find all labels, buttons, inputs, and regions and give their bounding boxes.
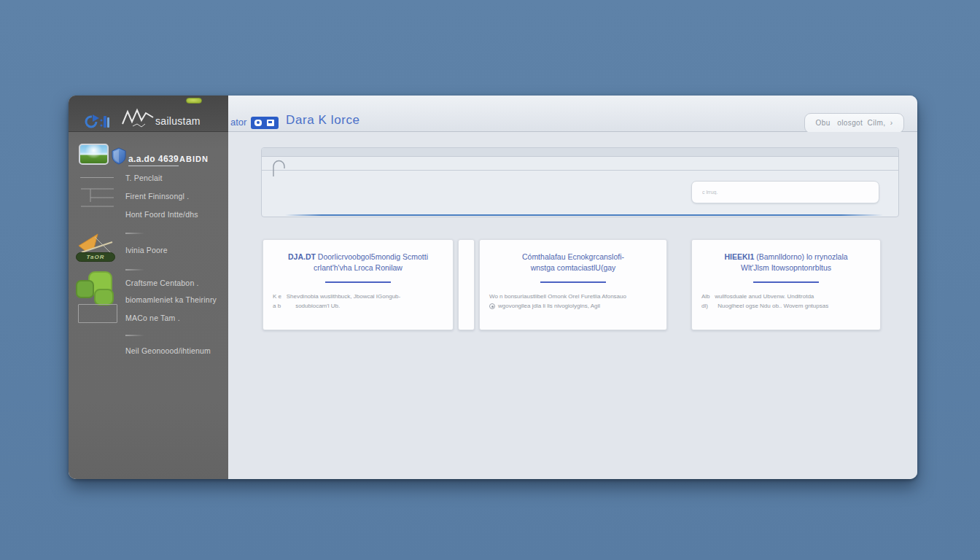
brand-scribble-icon xyxy=(121,108,155,131)
card-divider xyxy=(325,281,391,283)
hook-icon xyxy=(271,159,287,179)
shield-icon xyxy=(112,147,126,168)
card-title: DJA.DT Doorlicrvoobgol5mondig Scmotti cr… xyxy=(263,252,453,273)
sidebar-item-1[interactable]: Firent Fininsongl . xyxy=(125,192,189,201)
sidebar-item-2[interactable]: Hont Foord Intte/dhs xyxy=(125,210,198,219)
hero-divider xyxy=(262,170,898,171)
info-card-3[interactable]: HIEEKI1 (Bamnlldorno) lo rrynozlala Wlt'… xyxy=(691,239,881,330)
card-body-line: Alb wullfosduale anud Ubvenw. Unditrotda xyxy=(701,292,871,301)
suite-text: ator xyxy=(230,117,246,128)
sidebar-item-0[interactable]: T. Penclait xyxy=(125,174,163,182)
card-body-line: Wo n bonsurlaustlibell Omonk Orel Furetl… xyxy=(489,292,657,301)
card-body-line: dl) Nuoglheel ogse Ndu ob.. Wovem gntups… xyxy=(701,301,871,311)
card-title-rest: Ecnokgrcanslofi- xyxy=(566,252,625,261)
hero-blue-underline xyxy=(285,214,883,216)
main-content: DJA.DT Doorlicrvoobgol5mondig Scmotti cr… xyxy=(228,132,917,479)
sidebar-divider xyxy=(125,233,144,234)
info-card-1[interactable]: DJA.DT Doorlicrvoobgol5mondig Scmotti cr… xyxy=(262,239,454,330)
badge-circle-icon xyxy=(254,120,262,126)
list-line-icon xyxy=(80,177,114,178)
card-body: Wo n bonsurlaustlibell Omonk Orel Furetl… xyxy=(489,292,657,311)
card-divider xyxy=(753,281,819,283)
main-header: ator Dara K lorce Obu olosgot Cilm, › xyxy=(228,96,917,132)
card-title-lead: DJA.DT xyxy=(288,252,316,261)
card-divider xyxy=(540,281,606,283)
card-body-line: a b sodubiocam'l Ub. xyxy=(273,301,443,311)
hero-top-strip xyxy=(262,148,898,157)
landscape-thumbnail xyxy=(79,144,109,165)
card-title-line2: Wlt'Jlsm Itowsopntonrbltus xyxy=(741,263,831,272)
card-title-lead: Cómthalafau xyxy=(522,252,566,261)
sidebar-item-5[interactable]: biomamleniet ka Theirinry xyxy=(125,295,217,304)
sidebar-item-4[interactable]: Craftsme Centabon . xyxy=(125,279,199,287)
brand-text: sailustam xyxy=(155,115,201,127)
card-title-rest: Doorlicrvoobgol5mondig Scmotti xyxy=(316,252,428,261)
sidebar-divider xyxy=(125,335,144,336)
sidebar-action-button[interactable]: ABIDN xyxy=(179,155,209,163)
sidebar-item-6[interactable]: MACo ne Tam . xyxy=(125,314,180,322)
sidebar-action-label: ABIDN xyxy=(179,155,209,163)
hero-panel xyxy=(261,147,899,217)
card-body-text: wgovongllea jdla li lis nivogiolygins, A… xyxy=(498,301,600,311)
taor-badge: TaOR xyxy=(76,252,115,262)
card-body-line: wgovongllea jdla li lis nivogiolygins, A… xyxy=(489,301,657,311)
card-title: Cómthalafau Ecnokgrcanslofi- wnstga comt… xyxy=(480,252,666,273)
card-body-line: K e Shevdinobia wuslithbuck, Jbowcal IGo… xyxy=(273,292,443,301)
app-window: sailustam a.a.do 4639 ABIDN xyxy=(69,96,917,479)
card-title-line2: wnstga comtaciastlU(gay xyxy=(531,263,616,272)
card-title: HIEEKI1 (Bamnlldorno) lo rrynozlala Wlt'… xyxy=(692,252,880,273)
app-logo-icon xyxy=(84,114,110,132)
card-title-lead: HIEEKI1 xyxy=(724,252,754,261)
search-input[interactable] xyxy=(691,181,879,203)
app-badge-icon xyxy=(251,117,279,129)
help-button[interactable]: Obu olosgot Cilm, › xyxy=(804,113,904,133)
window-traffic-light-icon[interactable] xyxy=(186,98,202,104)
card-title-line2: crlant'h'vha Lroca Ronilaw xyxy=(314,263,402,272)
rectangle-outline-icon xyxy=(78,304,117,323)
swirl-icon xyxy=(489,303,495,309)
card-sliver xyxy=(458,239,475,330)
card-body: Alb wullfosduale anud Ubvenw. Unditrotda… xyxy=(701,292,871,311)
table-outline-icon xyxy=(80,187,115,211)
card-title-rest: (Bamnlldorno) lo rrynozlala xyxy=(754,252,847,261)
product-name: Dara K lorce xyxy=(286,113,360,128)
badge-flag-icon xyxy=(267,120,274,126)
sidebar-item-7[interactable]: Neil Geonoood/ihtienum xyxy=(125,346,211,355)
card-body: K e Shevdinobia wuslithbuck, Jbowcal IGo… xyxy=(273,292,443,311)
info-card-2[interactable]: Cómthalafau Ecnokgrcanslofi- wnstga comt… xyxy=(479,239,667,330)
desktop: sailustam a.a.do 4639 ABIDN xyxy=(0,0,980,560)
account-name[interactable]: a.a.do 4639 xyxy=(128,154,179,166)
sidebar-divider xyxy=(125,269,144,271)
sidebar-item-3[interactable]: Ivinia Poore xyxy=(125,246,168,254)
sidebar: sailustam a.a.do 4639 ABIDN xyxy=(69,96,228,479)
